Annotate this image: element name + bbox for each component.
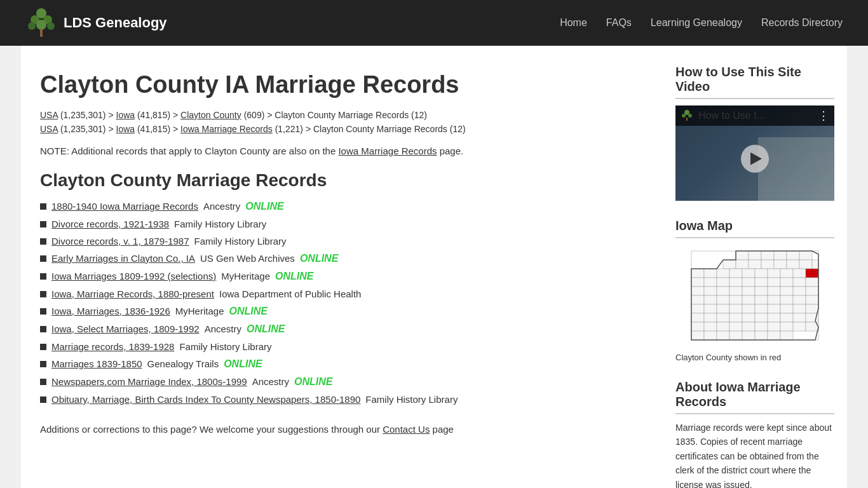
record-source: Ancestry xyxy=(203,201,240,212)
svg-point-3 xyxy=(28,22,36,30)
svg-rect-28 xyxy=(717,269,729,278)
record-item: Divorce records, 1921-1938 Family Histor… xyxy=(40,219,644,229)
record-link[interactable]: Iowa, Marriage Records, 1880-present xyxy=(51,288,214,299)
logo-text[interactable]: LDS Genealogy xyxy=(64,15,167,31)
header: LDS Genealogy Home FAQs Learning Genealo… xyxy=(0,0,868,46)
breadcrumb-clayton[interactable]: Clayton County xyxy=(180,110,241,120)
record-source: Ancestry xyxy=(205,323,241,334)
record-item: Obituary, Marriage, Birth Cards Index To… xyxy=(40,394,644,405)
svg-rect-49 xyxy=(729,287,742,295)
svg-rect-89 xyxy=(729,322,742,331)
svg-rect-36 xyxy=(691,278,704,287)
svg-rect-41 xyxy=(755,278,768,287)
record-item: Iowa, Marriages, 1836-1926 MyHeritage ON… xyxy=(40,306,644,317)
content-wrapper: Clayton County IA Marriage Records USA (… xyxy=(21,46,847,488)
breadcrumb-iowa-marriage[interactable]: Iowa Marriage Records xyxy=(180,124,273,134)
bullet-icon xyxy=(40,291,46,297)
page-title: Clayton County IA Marriage Records xyxy=(40,71,644,98)
svg-rect-37 xyxy=(704,278,717,287)
svg-rect-69 xyxy=(729,304,742,313)
svg-rect-96 xyxy=(691,331,704,340)
record-link[interactable]: Divorce records, v. 1, 1879-1987 xyxy=(51,236,189,247)
record-item: Divorce records, v. 1, 1879-1987 Family … xyxy=(40,236,644,247)
svg-rect-33 xyxy=(780,269,793,278)
records-list: 1880-1940 Iowa Marriage Records Ancestry… xyxy=(40,201,644,405)
record-link[interactable]: Iowa, Select Marriages, 1809-1992 xyxy=(51,323,200,334)
svg-rect-94 xyxy=(793,322,806,331)
record-link[interactable]: Marriages 1839-1850 xyxy=(51,358,142,369)
bullet-icon xyxy=(40,396,46,403)
video-options-icon[interactable]: ⋮ xyxy=(818,109,829,123)
record-link[interactable]: Divorce records, 1921-1938 xyxy=(51,219,169,229)
online-badge: ONLINE xyxy=(224,358,262,370)
svg-rect-31 xyxy=(755,269,768,278)
breadcrumb-usa-1[interactable]: USA xyxy=(40,110,58,120)
sidebar-map-title: Iowa Map xyxy=(675,219,834,238)
svg-rect-59 xyxy=(729,295,742,304)
contact-us-link[interactable]: Contact Us xyxy=(383,424,430,435)
svg-rect-15 xyxy=(774,251,787,260)
bullet-icon xyxy=(40,255,46,262)
video-play-button[interactable] xyxy=(741,145,769,173)
svg-rect-91 xyxy=(755,322,768,331)
record-item: 1880-1940 Iowa Marriage Records Ancestry… xyxy=(40,201,644,212)
svg-rect-22 xyxy=(774,260,787,269)
record-link[interactable]: Obituary, Marriage, Birth Cards Index To… xyxy=(51,394,360,405)
svg-rect-68 xyxy=(717,304,729,313)
svg-rect-27 xyxy=(704,269,717,278)
record-link[interactable]: 1880-1940 Iowa Marriage Records xyxy=(51,201,198,212)
svg-rect-40 xyxy=(742,278,755,287)
record-link[interactable]: Marriage records, 1839-1928 xyxy=(51,341,174,352)
bullet-icon xyxy=(40,273,46,280)
video-play-icon xyxy=(750,152,762,165)
record-source: Family History Library xyxy=(194,236,287,247)
breadcrumb-iowa-1[interactable]: Iowa xyxy=(116,110,135,120)
online-badge: ONLINE xyxy=(275,271,313,282)
svg-rect-43 xyxy=(780,278,793,287)
svg-rect-83 xyxy=(780,313,793,322)
record-link[interactable]: Newspapers.com Marriage Index, 1800s-199… xyxy=(51,376,247,387)
svg-rect-16 xyxy=(787,251,799,260)
record-item: Iowa Marriages 1809-1992 (selections) My… xyxy=(40,271,644,282)
record-link[interactable]: Early Marriages in Clayton Co., IA xyxy=(51,253,195,264)
bullet-icon xyxy=(40,203,46,210)
svg-rect-80 xyxy=(742,313,755,322)
svg-rect-17 xyxy=(799,251,812,260)
bullet-icon xyxy=(40,238,46,245)
record-link[interactable]: Iowa Marriages 1809-1992 (selections) xyxy=(51,271,216,281)
nav-records-dir[interactable]: Records Directory xyxy=(761,17,843,29)
svg-rect-18 xyxy=(723,260,736,269)
record-item: Iowa, Marriage Records, 1880-present Iow… xyxy=(40,288,644,299)
bullet-icon xyxy=(40,379,46,385)
record-source: Family History Library xyxy=(365,394,458,405)
svg-rect-24 xyxy=(799,260,812,269)
sidebar-about-title: About Iowa Marriage Records xyxy=(675,380,834,414)
breadcrumb-usa-2[interactable]: USA xyxy=(40,124,58,134)
record-link[interactable]: Iowa, Marriages, 1836-1926 xyxy=(51,306,170,316)
nav-home[interactable]: Home xyxy=(560,17,587,29)
iowa-marriage-records-link[interactable]: Iowa Marriage Records xyxy=(338,146,437,156)
svg-rect-79 xyxy=(729,313,742,322)
logo-area[interactable]: LDS Genealogy xyxy=(25,7,167,39)
svg-rect-38 xyxy=(717,278,729,287)
svg-rect-46 xyxy=(691,287,704,295)
svg-point-9 xyxy=(688,114,692,118)
record-source: MyHeritage xyxy=(175,306,224,316)
svg-rect-52 xyxy=(768,287,780,295)
online-badge: ONLINE xyxy=(247,323,285,335)
svg-rect-12 xyxy=(736,251,749,260)
svg-rect-23 xyxy=(787,260,799,269)
svg-rect-39 xyxy=(729,278,742,287)
breadcrumb-iowa-2[interactable]: Iowa xyxy=(116,124,135,134)
nav-learning[interactable]: Learning Genealogy xyxy=(651,17,742,29)
video-bar: How to Use t... ⋮ xyxy=(675,105,834,126)
additions-note: Additions or corrections to this page? W… xyxy=(40,424,644,435)
nav-faqs[interactable]: FAQs xyxy=(606,17,632,29)
record-item: Marriage records, 1839-1928 Family Histo… xyxy=(40,341,644,352)
svg-rect-90 xyxy=(742,322,755,331)
record-source: Iowa Department of Public Health xyxy=(219,288,361,299)
svg-rect-74 xyxy=(793,304,806,313)
nav: Home FAQs Learning Genealogy Records Dir… xyxy=(560,17,843,29)
record-item: Early Marriages in Clayton Co., IA US Ge… xyxy=(40,253,644,264)
video-thumbnail[interactable]: How to Use t... ⋮ xyxy=(675,105,834,201)
